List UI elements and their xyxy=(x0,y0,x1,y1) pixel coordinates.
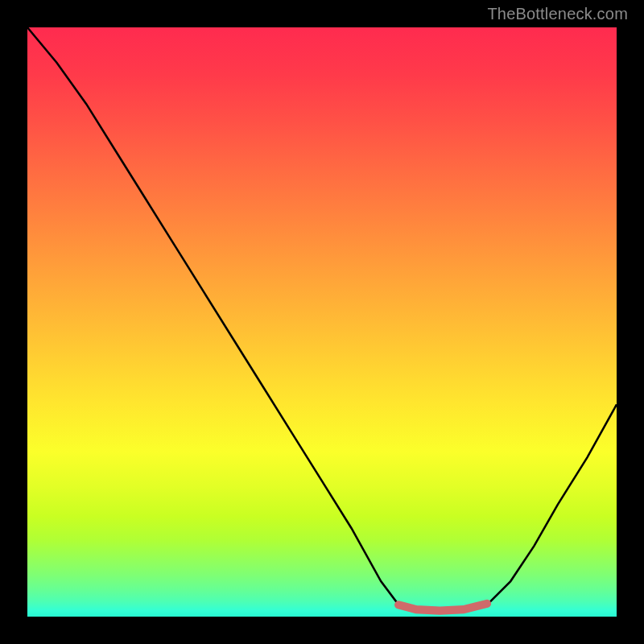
flat-bottom-highlight xyxy=(398,604,487,611)
curve-svg xyxy=(27,27,617,617)
plot-area xyxy=(27,27,617,617)
watermark-text: TheBottleneck.com xyxy=(487,5,628,23)
chart-container: TheBottleneck.com xyxy=(0,0,644,644)
bottleneck-curve xyxy=(27,27,617,611)
